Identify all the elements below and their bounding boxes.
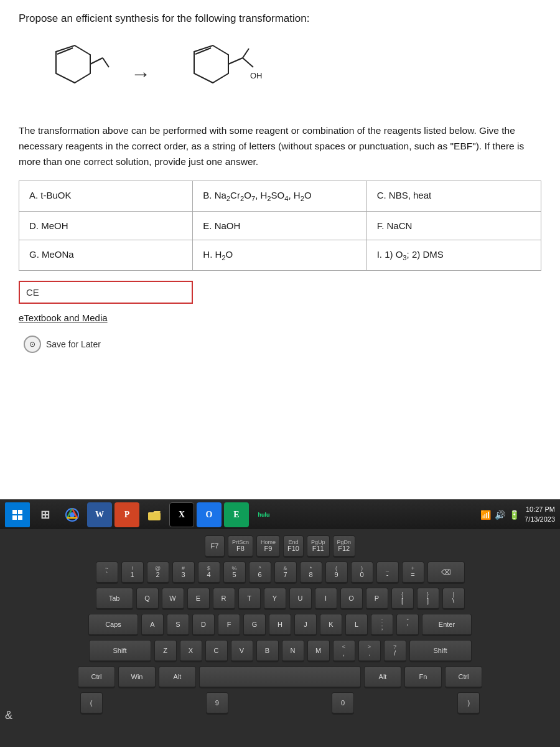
key-ctrl-right[interactable]: Ctrl: [445, 666, 482, 688]
key-6[interactable]: ^6: [249, 561, 271, 584]
key-backtick[interactable]: ~`: [96, 561, 118, 584]
key-z[interactable]: Z: [154, 640, 177, 662]
taskbar-right: 📶 🔊 🔋 10:27 PM 7/13/2023: [480, 505, 555, 524]
key-9[interactable]: (9: [325, 561, 348, 584]
key-p[interactable]: P: [366, 588, 388, 610]
key-s[interactable]: S: [167, 614, 189, 636]
key-f[interactable]: F: [218, 614, 240, 636]
question-title: Propose an efficient synthesis for the f…: [19, 12, 541, 25]
key-period[interactable]: >.: [358, 640, 381, 662]
svg-rect-11: [18, 510, 22, 514]
word-button[interactable]: W: [87, 502, 112, 527]
key-alt-right[interactable]: Alt: [364, 666, 401, 688]
windows-icon: [12, 510, 22, 520]
key-end-f10[interactable]: End F10: [283, 535, 304, 558]
key-pgdn-f12[interactable]: PgDn F12: [333, 535, 356, 558]
key-0-bottom[interactable]: 0: [332, 692, 354, 715]
key-c[interactable]: C: [205, 640, 228, 662]
number-row: ~` !1 @2 #3 $4 %5 ^6 &7 *8 (9 )0 _- += ⌫: [5, 561, 555, 584]
key-w[interactable]: W: [162, 588, 184, 610]
o-app-button[interactable]: O: [197, 502, 222, 527]
key-9-bottom[interactable]: 9: [206, 692, 228, 715]
key-o[interactable]: O: [340, 588, 363, 610]
key-i[interactable]: I: [315, 588, 337, 610]
asdf-row: Caps A S D F G H J K L :; "' Enter: [5, 614, 555, 636]
key-f7[interactable]: F7: [205, 535, 225, 558]
key-3[interactable]: #3: [172, 561, 195, 584]
key-l[interactable]: L: [345, 614, 368, 636]
start-button[interactable]: [5, 502, 30, 527]
key-4[interactable]: $4: [198, 561, 220, 584]
reagent-D: D. MeOH: [19, 212, 193, 240]
key-d[interactable]: D: [192, 614, 215, 636]
apps-grid-button[interactable]: ⊞: [32, 502, 57, 527]
chrome-button[interactable]: [60, 502, 85, 527]
visible-bottom-keys: ( 9 0 ): [5, 692, 555, 715]
key-n[interactable]: N: [282, 640, 304, 662]
key-v[interactable]: V: [231, 640, 253, 662]
etextbook-link[interactable]: eTextbook and Media: [19, 312, 541, 323]
key-t[interactable]: T: [238, 588, 261, 610]
key-minus[interactable]: _-: [376, 561, 399, 584]
key-fn[interactable]: Fn: [404, 666, 442, 688]
key-k[interactable]: K: [320, 614, 342, 636]
key-h[interactable]: H: [269, 614, 291, 636]
key-8[interactable]: *8: [300, 561, 322, 584]
key-bracket-open[interactable]: {[: [391, 588, 414, 610]
svg-rect-16: [148, 512, 161, 520]
answer-input[interactable]: [19, 281, 193, 304]
key-e[interactable]: E: [187, 588, 210, 610]
hulu-button[interactable]: hulu: [251, 502, 276, 527]
key-1[interactable]: !1: [121, 561, 144, 584]
key-space[interactable]: [199, 666, 361, 688]
key-g[interactable]: G: [243, 614, 266, 636]
key-x[interactable]: X: [180, 640, 202, 662]
key-slash[interactable]: ?/: [384, 640, 406, 662]
svg-rect-10: [12, 510, 17, 514]
key-m[interactable]: M: [307, 640, 330, 662]
taskbar: ⊞ W P X O E hulu: [0, 499, 560, 529]
key-tab[interactable]: Tab: [96, 588, 133, 610]
key-enter[interactable]: Enter: [422, 614, 472, 636]
e-app-button[interactable]: E: [224, 502, 249, 527]
key-shift-right[interactable]: Shift: [409, 640, 472, 662]
svg-rect-13: [18, 515, 22, 520]
key-shift-left[interactable]: Shift: [89, 640, 151, 662]
key-7[interactable]: &7: [274, 561, 297, 584]
key-backslash[interactable]: |\: [442, 588, 465, 610]
save-for-later-button[interactable]: ⊙ Save for Later: [19, 333, 106, 355]
file-explorer-button[interactable]: [142, 502, 167, 527]
key-caps[interactable]: Caps: [88, 614, 138, 636]
key-j[interactable]: J: [294, 614, 317, 636]
page-content: Propose an efficient synthesis for the f…: [0, 0, 560, 504]
key-backspace[interactable]: ⌫: [427, 561, 465, 584]
key-comma[interactable]: <,: [333, 640, 355, 662]
x-app-button[interactable]: X: [169, 502, 194, 527]
key-equals[interactable]: +=: [402, 561, 424, 584]
key-ctrl-left[interactable]: Ctrl: [78, 666, 115, 688]
key-win[interactable]: Win: [118, 666, 156, 688]
key-paren-close-bottom[interactable]: ): [457, 692, 480, 715]
left-structure-svg: [31, 39, 112, 108]
key-bracket-close[interactable]: }]: [417, 588, 439, 610]
key-b[interactable]: B: [256, 640, 279, 662]
key-q[interactable]: Q: [136, 588, 159, 610]
key-r[interactable]: R: [213, 588, 235, 610]
reagents-row-3: G. MeONa H. H2O I. 1) O3; 2) DMS: [19, 240, 541, 270]
key-home-f9[interactable]: Home F9: [256, 535, 280, 558]
key-0[interactable]: )0: [351, 561, 373, 584]
key-pgup-f11[interactable]: PgUp F11: [307, 535, 330, 558]
key-semicolon[interactable]: :;: [371, 614, 393, 636]
key-a[interactable]: A: [141, 614, 164, 636]
key-u[interactable]: U: [289, 588, 312, 610]
key-y[interactable]: Y: [264, 588, 286, 610]
key-prtscn-f8[interactable]: PrtScn F8: [228, 535, 253, 558]
zxcv-row: Shift Z X C V B N M <, >. ?/ Shift: [5, 640, 555, 662]
key-quote[interactable]: "': [396, 614, 419, 636]
key-alt-left[interactable]: Alt: [159, 666, 196, 688]
key-paren-open-bottom[interactable]: (: [80, 692, 103, 715]
taskbar-apps: ⊞ W P X O E hulu: [5, 502, 276, 527]
key-2[interactable]: @2: [147, 561, 169, 584]
key-5[interactable]: %5: [223, 561, 246, 584]
powerpoint-button[interactable]: P: [114, 502, 139, 527]
